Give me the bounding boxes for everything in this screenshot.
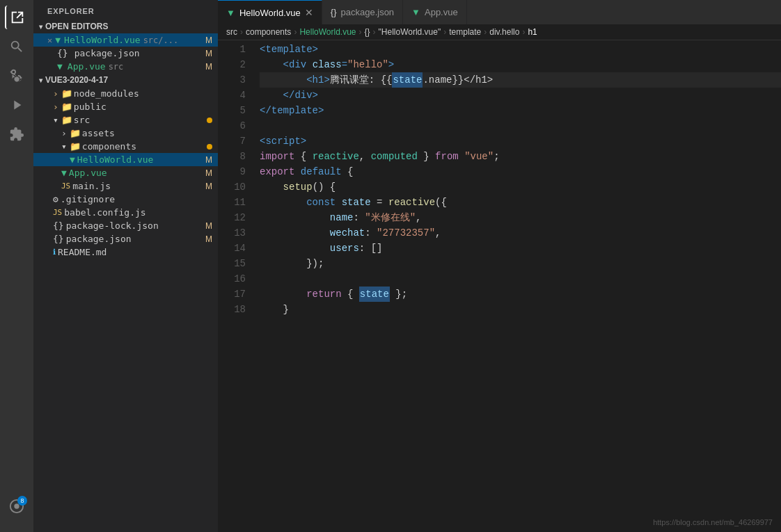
bc-quote-name[interactable]: "HelloWorld.vue" <box>379 27 441 37</box>
bc-sep: › <box>484 27 487 37</box>
folder-icon: 📁 <box>61 102 72 112</box>
code-line-1: <template> <box>260 42 781 57</box>
bc-sep: › <box>522 27 525 37</box>
modified-dot <box>207 144 212 150</box>
open-editor-helloworld[interactable]: ✕ ▼ HelloWorld.vue src/... M <box>33 33 218 47</box>
run-icon[interactable] <box>5 93 29 117</box>
bc-components[interactable]: components <box>246 27 291 37</box>
code-line-12: name: "米修在线", <box>260 210 781 225</box>
folder-name: src <box>74 115 90 125</box>
file-name: App.vue <box>69 168 107 178</box>
sidebar: EXPLORER ▾ OPEN EDITORS ✕ ▼ HelloWorld.v… <box>33 0 218 532</box>
file-name: .gitignore <box>61 194 115 204</box>
folder-src[interactable]: ▾ 📁 src <box>33 113 218 127</box>
code-line-9: export default { <box>260 164 781 179</box>
js-file-icon: JS <box>53 208 62 217</box>
json-file-icon: {} <box>57 48 68 58</box>
file-helloworld[interactable]: ▼ HelloWorld.vue M <box>33 153 218 166</box>
folder-public[interactable]: › 📁 public <box>33 100 218 113</box>
chevron-down-icon: ▾ <box>39 23 42 31</box>
file-name: README.md <box>58 247 106 257</box>
tab-label: HelloWorld.vue <box>239 8 301 18</box>
git-source-icon[interactable]: 8 <box>5 494 29 518</box>
json-file-icon: {} <box>53 220 64 231</box>
bc-sep: › <box>240 27 243 37</box>
code-line-2: <div class="hello"> <box>260 57 781 72</box>
bc-src[interactable]: src <box>226 27 237 37</box>
search-icon[interactable] <box>5 35 29 58</box>
open-editor-package[interactable]: {} package.json M <box>33 47 218 60</box>
tab-label: package.json <box>340 7 394 17</box>
extensions-icon[interactable] <box>5 122 29 146</box>
bc-template[interactable]: template <box>449 27 481 37</box>
file-name: package.json <box>66 234 132 244</box>
source-control-icon[interactable] <box>5 64 29 88</box>
tab-package-json[interactable]: {} package.json <box>322 0 403 24</box>
vue-tab-icon: ▼ <box>411 7 420 17</box>
chevron-right-icon: › <box>53 88 58 99</box>
file-babel-config[interactable]: JS babel.config.js <box>33 206 218 219</box>
file-name: babel.config.js <box>64 207 145 218</box>
code-line-8: import { reactive, computed } from "vue"… <box>260 149 781 164</box>
modified-badge: M <box>205 49 212 58</box>
bc-brackets: {} <box>365 27 370 37</box>
project-header[interactable]: ▾ VUE3-2020-4-17 <box>33 73 218 87</box>
close-icon[interactable]: ✕ <box>47 35 52 45</box>
vue-tab-icon: ▼ <box>226 8 235 18</box>
file-package-lock[interactable]: {} package-lock.json M <box>33 219 218 232</box>
file-name: HelloWorld.vue <box>64 35 141 45</box>
code-line-14: users: [] <box>260 241 781 256</box>
code-line-3: <h1>腾讯课堂: {{state.name}}</h1> <box>260 72 781 88</box>
vue-file-icon: ▼ <box>70 154 75 165</box>
js-file-icon: JS <box>61 182 70 191</box>
file-gitignore[interactable]: ⚙ .gitignore <box>33 193 218 206</box>
tab-app-vue[interactable]: ▼ App.vue <box>403 0 467 24</box>
file-name: App.vue <box>68 61 106 72</box>
code-line-17: return { state }; <box>260 287 781 302</box>
project-label: VUE3-2020-4-17 <box>45 75 108 85</box>
tab-label: App.vue <box>425 7 458 17</box>
folder-name: node_modules <box>74 88 139 99</box>
file-readme[interactable]: ℹ README.md <box>33 245 218 259</box>
code-line-5: </template> <box>260 103 781 118</box>
watermark: https://blog.csdn.net/mb_46269977 <box>653 518 773 526</box>
breadcrumb: src › components › HelloWorld.vue › {} ›… <box>218 24 781 40</box>
code-line-10: setup() { <box>260 179 781 195</box>
sidebar-title: EXPLORER <box>33 0 218 19</box>
folder-icon: 📁 <box>70 141 81 152</box>
modified-badge: M <box>205 35 212 45</box>
bc-div-hello[interactable]: div.hello <box>489 27 519 37</box>
bc-file[interactable]: HelloWorld.vue <box>299 27 356 37</box>
folder-name: components <box>82 141 136 152</box>
svg-point-1 <box>14 503 19 508</box>
folder-node-modules[interactable]: › 📁 node_modules <box>33 87 218 100</box>
bc-h1[interactable]: h1 <box>528 27 537 37</box>
file-package-json[interactable]: {} package.json M <box>33 232 218 245</box>
chevron-down-icon: ▾ <box>39 76 42 84</box>
bc-sep: › <box>294 27 297 37</box>
chevron-right-icon: › <box>53 102 58 112</box>
code-content[interactable]: <template> <div class="hello"> <h1>腾讯课堂:… <box>254 40 781 532</box>
folder-assets[interactable]: › 📁 assets <box>33 127 218 140</box>
modified-badge: M <box>205 234 212 244</box>
vue-file-icon: ▼ <box>55 35 61 45</box>
file-name: main.js <box>72 181 111 191</box>
file-main-js[interactable]: JS main.js M <box>33 179 218 193</box>
tab-close-icon[interactable]: ✕ <box>305 8 313 17</box>
folder-name: assets <box>82 128 115 138</box>
tab-helloworld[interactable]: ▼ HelloWorld.vue ✕ <box>218 0 322 24</box>
folder-components[interactable]: ▾ 📁 components <box>33 140 218 153</box>
explorer-icon[interactable] <box>5 6 29 29</box>
code-line-4: </div> <box>260 88 781 103</box>
activity-bar: 8 <box>0 0 33 532</box>
code-line-11: const state = reactive({ <box>260 195 781 210</box>
open-editor-app[interactable]: ▼ App.vue src M <box>33 60 218 73</box>
code-line-18: } <box>260 302 781 317</box>
code-line-16 <box>260 271 781 287</box>
json-file-icon: {} <box>53 234 64 244</box>
open-editors-header[interactable]: ▾ OPEN EDITORS <box>33 19 218 33</box>
chevron-down-icon: ▾ <box>61 141 67 152</box>
editor-area: 1 2 3 4 5 6 7 8 9 10 11 12 13 14 15 16 1… <box>218 40 781 532</box>
file-app-vue[interactable]: ▼ App.vue M <box>33 166 218 179</box>
folder-name: public <box>74 102 106 112</box>
